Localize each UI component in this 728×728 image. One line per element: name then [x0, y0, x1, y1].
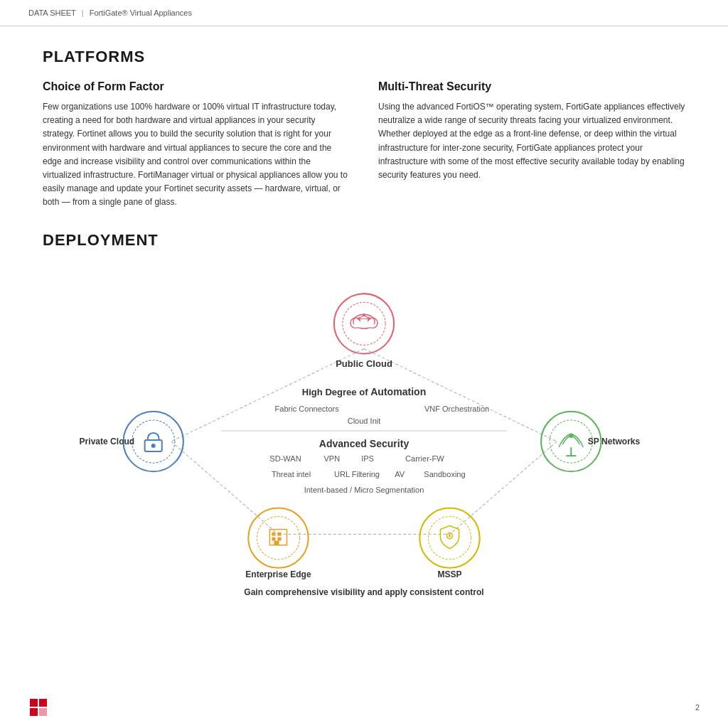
platforms-columns: Choice of Form Factor Few organizations …: [43, 80, 685, 210]
enterprise-edge-label: Enterprise Edge: [245, 569, 311, 579]
svg-rect-9: [354, 321, 374, 327]
footer: 2: [0, 697, 728, 717]
svg-point-34: [419, 508, 479, 567]
footer-page-number: 2: [695, 703, 700, 712]
left-col-title: Choice of Form Factor: [43, 80, 350, 93]
svg-rect-30: [272, 537, 275, 540]
av-label: AV: [395, 470, 405, 478]
vpn-label: VPN: [323, 454, 340, 463]
ips-label: IPS: [361, 454, 374, 463]
sd-wan-label: SD-WAN: [269, 454, 301, 463]
header-label2: FortiGate® Virtual Appliances: [90, 9, 192, 17]
right-column: Multi-Threat Security Using the advanced…: [378, 80, 685, 210]
svg-rect-40: [39, 699, 47, 707]
svg-line-14: [364, 315, 369, 318]
right-col-text: Using the advanced FortiOS™ operating sy…: [378, 100, 685, 182]
svg-rect-31: [277, 537, 281, 540]
carrier-fw-label: Carrier-FW: [405, 454, 444, 463]
sp-networks-label: SP Networks: [588, 437, 641, 446]
cloud-init-label: Cloud Init: [348, 416, 381, 424]
svg-rect-28: [272, 532, 275, 535]
footer-logo: [28, 697, 48, 717]
intent-based-label: Intent-based / Micro Segmentation: [304, 486, 424, 494]
high-degree-label: High Degree of Automation: [302, 385, 426, 397]
svg-point-19: [151, 444, 156, 448]
fabric-connectors-label: Fabric Connectors: [275, 404, 340, 412]
svg-rect-42: [39, 708, 47, 716]
left-col-text: Few organizations use 100% hardware or 1…: [43, 100, 350, 210]
page: DATA SHEET | FortiGate® Virtual Applianc…: [0, 0, 728, 728]
url-filtering-label: URL Filtering: [334, 470, 380, 478]
sandboxing-label: Sandboxing: [424, 470, 465, 478]
diagram-container: Public Cloud Private Cloud: [43, 264, 685, 605]
svg-rect-39: [30, 699, 38, 707]
public-cloud-label: Public Cloud: [336, 358, 392, 368]
svg-point-37: [428, 516, 471, 559]
right-col-title: Multi-Threat Security: [378, 80, 685, 93]
svg-point-20: [132, 419, 175, 462]
svg-rect-41: [30, 708, 38, 716]
main-content: PLATFORMS Choice of Form Factor Few orga…: [0, 26, 728, 619]
platforms-section: PLATFORMS Choice of Form Factor Few orga…: [43, 48, 685, 210]
fortinet-logo-icon: [28, 697, 48, 717]
header-divider: |: [82, 9, 84, 17]
deployment-diagram: Public Cloud Private Cloud: [43, 264, 685, 605]
svg-rect-32: [274, 540, 279, 545]
svg-line-13: [359, 315, 364, 318]
threat-intel-label: Threat intel: [272, 470, 311, 478]
svg-line-3: [450, 441, 557, 535]
header-label1: DATA SHEET: [28, 9, 76, 17]
header: DATA SHEET | FortiGate® Virtual Applianc…: [0, 0, 728, 26]
svg-point-24: [569, 433, 573, 437]
deployment-section: DEPLOYMENT: [43, 231, 685, 605]
diagram-caption: Gain comprehensive visibility and apply …: [244, 587, 483, 597]
left-column: Choice of Form Factor Few organizations …: [43, 80, 350, 210]
deployment-title: DEPLOYMENT: [43, 231, 685, 250]
svg-rect-29: [277, 532, 281, 535]
platforms-title: PLATFORMS: [43, 48, 685, 66]
svg-line-2: [171, 441, 279, 535]
private-cloud-label: Private Cloud: [80, 437, 135, 446]
mssp-label: MSSP: [437, 569, 461, 579]
advanced-security-label: Advanced Security: [319, 438, 410, 449]
vnf-orchestration-label: VNF Orchestration: [424, 404, 489, 412]
svg-point-36: [449, 535, 451, 537]
